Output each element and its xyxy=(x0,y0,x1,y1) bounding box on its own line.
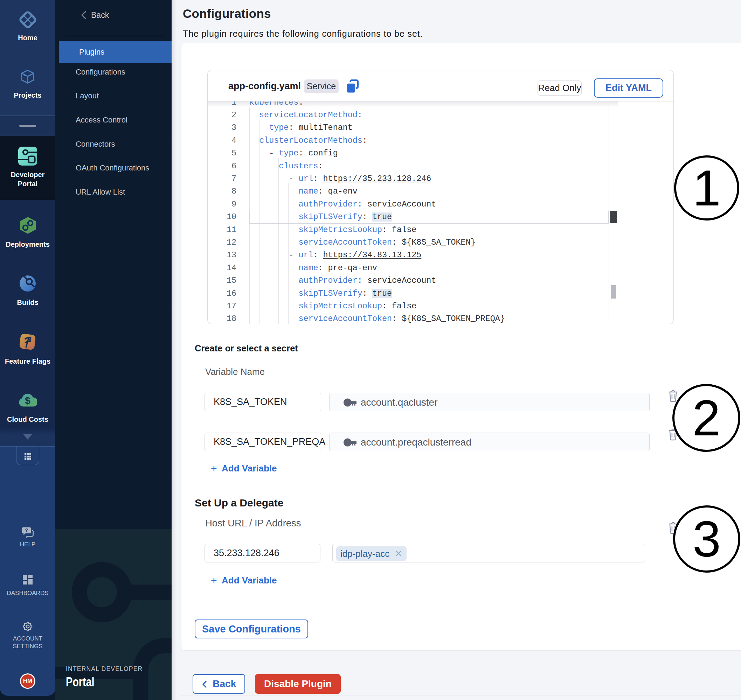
svg-text:$: $ xyxy=(25,395,31,406)
svg-text:?: ? xyxy=(25,527,28,533)
